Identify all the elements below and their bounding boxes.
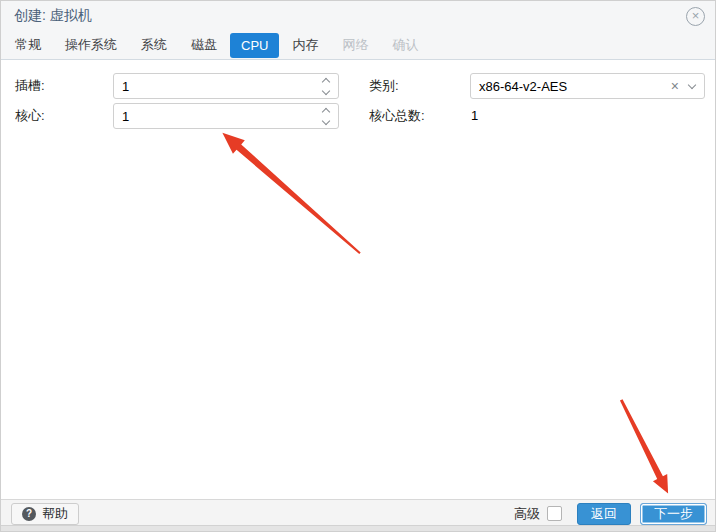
wizard-tabbar: 常规 操作系统 系统 磁盘 CPU 内存 网络 确认 — [1, 31, 715, 60]
spinner-down-icon[interactable] — [322, 86, 330, 94]
tab-os[interactable]: 操作系统 — [54, 31, 128, 59]
tab-memory[interactable]: 内存 — [281, 31, 329, 59]
sockets-label: 插槽: — [15, 73, 45, 99]
help-button[interactable]: ? 帮助 — [11, 503, 79, 525]
cpu-type-value[interactable]: x86-64-v2-AES — [471, 79, 671, 94]
spinner-down-icon[interactable] — [322, 116, 330, 124]
tab-system[interactable]: 系统 — [130, 31, 178, 59]
sockets-input[interactable]: 1 — [113, 73, 339, 99]
cpu-panel: 插槽: 1 核心: 1 类别: x86-64-v2-AES × — [1, 60, 715, 497]
cores-input[interactable]: 1 — [113, 103, 339, 129]
sockets-spinner[interactable] — [314, 74, 338, 98]
cpu-type-label: 类别: — [369, 73, 399, 99]
footer-actions: 高级 返回 下一步 — [514, 503, 707, 525]
sockets-value[interactable]: 1 — [114, 79, 314, 94]
spinner-up-icon[interactable] — [322, 107, 330, 115]
back-button[interactable]: 返回 — [577, 503, 631, 525]
total-cores-label: 核心总数: — [369, 103, 425, 129]
back-button-label: 返回 — [591, 505, 617, 523]
tab-general[interactable]: 常规 — [4, 31, 52, 59]
tab-cpu[interactable]: CPU — [230, 33, 279, 58]
dialog-title: 创建: 虚拟机 — [14, 7, 92, 25]
help-icon: ? — [22, 507, 36, 521]
help-button-label: 帮助 — [42, 505, 68, 523]
spinner-up-icon[interactable] — [322, 77, 330, 85]
dialog-titlebar: 创建: 虚拟机 × — [1, 1, 715, 31]
clear-icon[interactable]: × — [671, 79, 679, 93]
tab-confirm: 确认 — [381, 31, 429, 59]
next-button[interactable]: 下一步 — [640, 503, 707, 525]
dialog-footer: ? 帮助 高级 返回 下一步 — [1, 499, 715, 527]
background-page-strip — [1, 525, 715, 531]
close-icon[interactable]: × — [686, 7, 705, 26]
advanced-checkbox[interactable] — [547, 506, 562, 521]
tab-network: 网络 — [331, 31, 379, 59]
cores-value[interactable]: 1 — [114, 109, 314, 124]
chevron-down-icon[interactable] — [688, 81, 696, 89]
combo-tools: × — [671, 79, 704, 93]
total-cores-value: 1 — [471, 103, 478, 129]
create-vm-dialog: 创建: 虚拟机 × 常规 操作系统 系统 磁盘 CPU 内存 网络 确认 插槽:… — [0, 0, 716, 532]
cores-spinner[interactable] — [314, 104, 338, 128]
advanced-label: 高级 — [514, 505, 540, 523]
cores-label: 核心: — [15, 103, 45, 129]
tab-disks[interactable]: 磁盘 — [180, 31, 228, 59]
cpu-type-combo[interactable]: x86-64-v2-AES × — [470, 73, 705, 99]
next-button-label: 下一步 — [654, 505, 693, 523]
